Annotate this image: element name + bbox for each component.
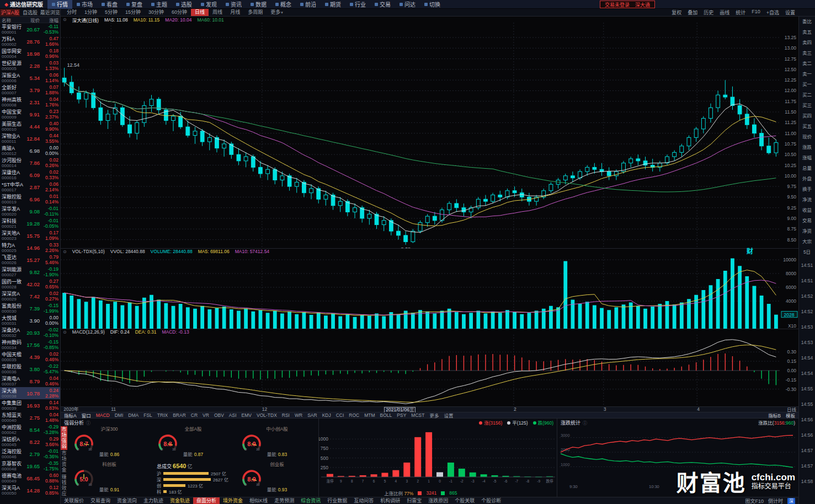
watchlist-row[interactable]: 大悦城0000313.900.000.00%: [0, 314, 60, 326]
tool-设置[interactable]: 设置: [785, 9, 795, 16]
menu-item-期货[interactable]: 期货: [321, 0, 345, 9]
indicator-ASI[interactable]: ASI: [229, 412, 237, 418]
period-tab-15分钟[interactable]: 15分钟: [121, 9, 145, 16]
column-change[interactable]: 涨幅: [40, 17, 60, 23]
watchlist-row[interactable]: 深粮控股0000196.960.010.14%: [0, 193, 60, 205]
period-tab-1分钟[interactable]: 1分钟: [81, 9, 101, 16]
bottom-tab-盘面分析[interactable]: 盘面分析: [193, 497, 220, 504]
period-tab-月线[interactable]: 月线: [226, 9, 244, 16]
watchlist-row[interactable]: 深深房A0000297.420.020.27%: [0, 290, 60, 302]
macd-chart[interactable]: 0.300.150.00-0.15-0.30: [61, 335, 798, 406]
indicator-BRAR[interactable]: BRAR: [173, 412, 186, 418]
watchlist-row[interactable]: 德赛电池00004968.450.600.88%: [0, 472, 60, 484]
period-tab-30分钟[interactable]: 30分钟: [145, 9, 168, 16]
compare-chart[interactable]: 3000200010009:3010:3011:30: [557, 426, 798, 496]
menu-item-问达[interactable]: 问达: [395, 0, 420, 9]
watchlist-row[interactable]: 沙河股份0000147.860.020.26%: [0, 157, 60, 169]
period-tab-周线[interactable]: 周线: [209, 9, 226, 16]
strength-tab-市场强弱[interactable]: 市场强弱: [61, 426, 67, 450]
column-name[interactable]: 名称: [0, 17, 23, 23]
watchlist-row[interactable]: 中国宝安0000099.910.232.37%: [0, 108, 60, 120]
login-status[interactable]: 交易未登录 深大通: [600, 1, 655, 8]
bottom-tab-主力轨迹[interactable]: 主力轨迹: [140, 497, 167, 504]
watchlist-row[interactable]: 深南电A0000378.790.040.46%: [0, 375, 60, 387]
watchlist-row[interactable]: 世纪星源0000052.280.031.33%: [0, 60, 60, 72]
indicator-设置[interactable]: 设置: [444, 412, 453, 419]
menu-item-前沿[interactable]: 前沿: [296, 0, 321, 9]
tool-画线[interactable]: 画线: [720, 9, 729, 16]
watchlist-row[interactable]: 神州高铁0000082.310.041.76%: [0, 96, 60, 108]
indicator-group-指标A[interactable]: 指标A: [64, 412, 77, 419]
watchlist-row[interactable]: *ST中华A0000172.870.062.14%: [0, 181, 60, 193]
strength-tab-赚钱效应[interactable]: 赚钱效应: [61, 473, 67, 497]
period-tab-多周期[interactable]: 多周期: [244, 9, 267, 16]
watchlist-row[interactable]: 深科技00002119.28-0.01-0.05%: [0, 217, 60, 229]
strength-tab-市场资金[interactable]: 市场资金: [61, 450, 67, 474]
watchlist-row[interactable]: 深天地A00002315.750.171.09%: [0, 229, 60, 242]
indicator-SAR[interactable]: SAR: [307, 412, 317, 418]
menu-item-行情[interactable]: 行情: [47, 0, 72, 9]
indicator-TRIX[interactable]: TRIX: [157, 412, 168, 418]
collapse-icon[interactable]: ⊙: [63, 249, 67, 254]
indicator-group-窗口[interactable]: 窗口: [82, 412, 91, 419]
bottom-tab-交易查询[interactable]: 交易查询: [87, 497, 114, 504]
bottom-tab-资金轨迹[interactable]: 资金轨迹: [167, 497, 193, 504]
watchlist-row[interactable]: 深纺织A0000458.220.293.66%: [0, 436, 60, 448]
watchlist-tab-沪深A股[interactable]: 沪深A股: [0, 9, 20, 17]
indicator-DMI[interactable]: DMI: [115, 412, 124, 418]
tool-叠加[interactable]: 叠加: [688, 9, 697, 16]
menu-item-概念[interactable]: 概念: [271, 0, 296, 9]
watchlist-row[interactable]: 飞亚达00002615.270.795.46%: [0, 254, 60, 266]
indicator-WR[interactable]: WR: [295, 412, 302, 418]
tool-复权[interactable]: 复权: [672, 9, 681, 16]
watchlist-row[interactable]: 深华发A0000209.08-0.01-0.11%: [0, 205, 60, 217]
watchlist-row[interactable]: 美丽生态0000104.440.409.90%: [0, 120, 60, 132]
indicator-OBV[interactable]: OBV: [214, 412, 224, 418]
bottom-right-图文F10[interactable]: 图文F10: [745, 497, 764, 504]
indicator-MTM[interactable]: MTM: [364, 412, 375, 418]
bottom-tab-行业数据[interactable]: 行业数据: [324, 497, 350, 504]
quote-sidebar[interactable]: 委比卖五卖四卖三卖二卖一买一买二买三买四买五现价涨跌涨幅总量外盘换手净流收益交易…: [798, 9, 815, 504]
indicator-DMA[interactable]: DMA: [128, 412, 139, 418]
indicator-KDJ[interactable]: KDJ: [322, 412, 331, 418]
watchlist-row[interactable]: 国药一致00002842.020.270.65%: [0, 278, 60, 290]
period-tab-5分钟[interactable]: 5分钟: [101, 9, 121, 16]
tool-+自选[interactable]: +自选: [766, 9, 779, 16]
indicator-EMV[interactable]: EMV: [242, 412, 252, 418]
period-tab-60分钟[interactable]: 60分钟: [168, 9, 191, 16]
watchlist-row[interactable]: 全新好0000073.790.071.88%: [0, 84, 60, 96]
kline-chart[interactable]: 13.2513.0012.7512.5012.2512.0011.7511.50…: [61, 23, 798, 248]
tool-统计[interactable]: 统计: [736, 9, 745, 16]
watchlist-tab-最近浏览[interactable]: 最近浏览: [40, 9, 60, 17]
watchlist-row[interactable]: 深天马A00005014.280.120.85%: [0, 484, 60, 496]
watchlist-row[interactable]: 深桑达A00003220.93-0.02-0.10%: [0, 326, 60, 339]
indicator-更多[interactable]: 更多: [429, 412, 439, 419]
watchlist-row[interactable]: 南玻A0000126.980.000.00%: [0, 144, 60, 157]
distribution-chart[interactable]: 1000750500250涨停9876543210-1-2-3-4-5-6-7-…: [319, 426, 557, 488]
menu-item-主题[interactable]: 主题: [147, 0, 172, 9]
watchlist-row[interactable]: 中集集团00003916.930.140.83%: [0, 399, 60, 411]
bottom-tab-相似K线[interactable]: 相似K线: [246, 497, 271, 504]
collapse-icon[interactable]: ⊙: [63, 330, 67, 335]
info-icon[interactable]: ⓘ: [86, 420, 90, 426]
watchlist-row[interactable]: 国华网安00000418.980.180.96%: [0, 47, 60, 60]
collapse-icon[interactable]: ⊙: [63, 17, 67, 22]
period-tab-日线[interactable]: 日线: [191, 9, 209, 16]
menu-item-交易[interactable]: 交易: [370, 0, 395, 9]
bottom-tab-关联报价[interactable]: 关联报价: [61, 497, 87, 504]
bottom-tab-互动问答[interactable]: 互动问答: [350, 497, 377, 504]
indicator-VOL-TDX[interactable]: VOL-TDX: [257, 412, 277, 418]
watchlist-row[interactable]: 深圳能源0000279.82-0.19-1.90%: [0, 266, 60, 278]
menu-item-选股[interactable]: 选股: [172, 0, 196, 9]
tool-F10[interactable]: F10: [752, 9, 760, 16]
indicator-模板[interactable]: 模板: [786, 412, 795, 419]
watchlist-row[interactable]: 深康佳A0000166.090.020.33%: [0, 169, 60, 181]
watchlist-row[interactable]: 京基智农00004819.65-0.35-1.75%: [0, 460, 60, 472]
watchlist-row[interactable]: 富奥股份0000307.39-0.15-1.99%: [0, 302, 60, 314]
bottom-tab-综合资讯[interactable]: 综合资讯: [297, 497, 324, 504]
watchlist-row[interactable]: 特力A00002514.960.332.26%: [0, 242, 60, 254]
watchlist-row[interactable]: 中洲控股0000428.54-0.29-3.28%: [0, 423, 60, 436]
watchlist-row[interactable]: 泛海控股0000462.79-0.01-0.36%: [0, 448, 60, 460]
watchlist-row[interactable]: 平安银行00000120.67-0.11-0.53%: [0, 23, 60, 35]
bottom-tab-走势预测[interactable]: 走势预测: [271, 497, 297, 504]
